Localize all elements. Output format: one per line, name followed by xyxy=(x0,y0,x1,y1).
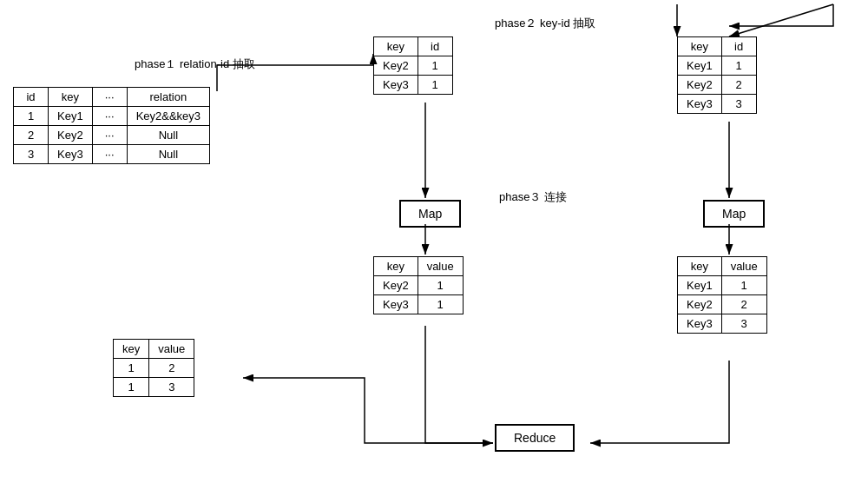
table-row: Key3 3 xyxy=(678,314,767,334)
table-row: 1 3 xyxy=(114,378,194,397)
main-table-header-id: id xyxy=(14,88,49,107)
table-key-value-right: key value Key1 1 Key2 2 Key3 3 xyxy=(677,256,767,334)
phase1-label: phase１ relation-id 抽取 xyxy=(135,56,255,72)
result-table: key value 1 2 1 3 xyxy=(113,339,194,397)
map-box-left: Map xyxy=(399,200,461,228)
table-row: Key3 1 xyxy=(374,76,453,95)
table-row: Key2 2 xyxy=(678,76,757,95)
table-row: Key2 1 xyxy=(374,56,453,76)
main-table-header-key: key xyxy=(49,88,93,107)
table-row: Key2 2 xyxy=(678,295,767,314)
main-table-header-dots: ··· xyxy=(92,88,127,107)
svg-line-1 xyxy=(729,4,833,36)
diagram-container: id key ··· relation 1 Key1 ··· Key2&&key… xyxy=(0,0,868,483)
table-row: Key2 1 xyxy=(374,276,464,295)
table-row: 2 Key2 ··· Null xyxy=(14,126,210,145)
main-table-header-relation: relation xyxy=(127,88,209,107)
table-row: 1 2 xyxy=(114,359,194,378)
table-key-value-left: key value Key2 1 Key3 1 xyxy=(373,256,464,314)
table-row: 3 Key3 ··· Null xyxy=(14,145,210,164)
table-row: Key3 3 xyxy=(678,95,757,114)
reduce-box: Reduce xyxy=(495,424,575,452)
phase3-label: phase３ 连接 xyxy=(499,189,567,205)
table-key-id-left: key id Key2 1 Key3 1 xyxy=(373,36,453,95)
table-row: Key3 1 xyxy=(374,295,464,314)
table-key-id-right: key id Key1 1 Key2 2 Key3 3 xyxy=(677,36,757,114)
table-row: Key1 1 xyxy=(678,56,757,76)
map-box-right: Map xyxy=(703,200,765,228)
phase2-label: phase２ key-id 抽取 xyxy=(495,16,595,31)
table-row: Key1 1 xyxy=(678,276,767,295)
table-row: 1 Key1 ··· Key2&&key3 xyxy=(14,107,210,126)
main-table: id key ··· relation 1 Key1 ··· Key2&&key… xyxy=(13,87,210,164)
